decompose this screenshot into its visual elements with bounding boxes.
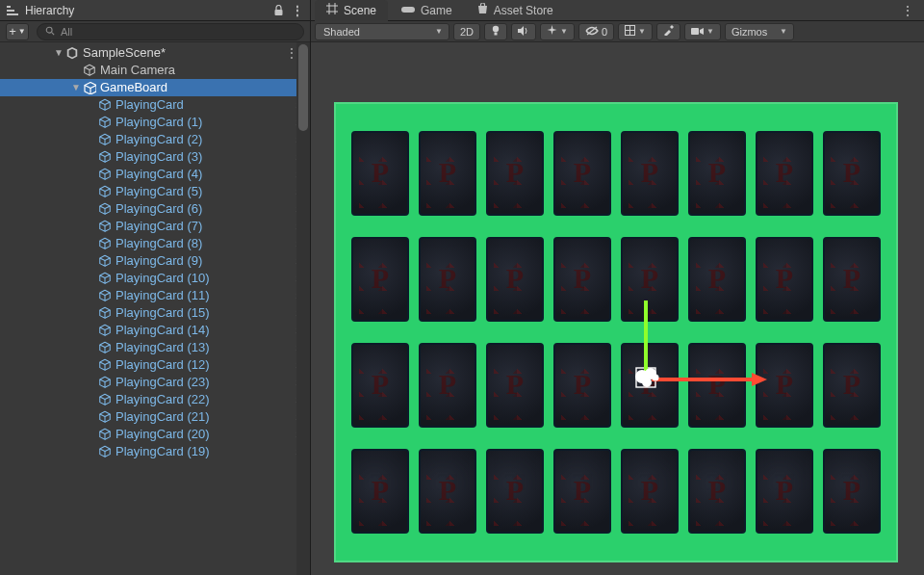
search-placeholder: All [61, 26, 72, 38]
prefab-row[interactable]: PlayingCard (5)› [0, 183, 310, 200]
shading-mode-dropdown[interactable]: Shaded ▼ [315, 23, 449, 40]
prefab-row[interactable]: PlayingCard (9)› [0, 252, 310, 270]
expand-arrow-icon[interactable]: ▼ [52, 44, 65, 62]
lock-icon[interactable] [271, 4, 285, 17]
prefab-row[interactable]: PlayingCard (11)› [0, 287, 310, 304]
prefab-row[interactable]: PlayingCard (4)› [0, 166, 310, 183]
prefab-row[interactable]: PlayingCard (6)› [0, 200, 310, 218]
expand-arrow-icon[interactable]: ▼ [69, 79, 83, 96]
scrollbar-thumb[interactable] [298, 44, 308, 131]
playing-card[interactable] [688, 343, 746, 428]
prefab-row[interactable]: PlayingCard (21)› [0, 408, 310, 426]
lighting-button[interactable] [484, 23, 507, 40]
playing-card[interactable] [621, 343, 679, 428]
playing-card[interactable] [351, 449, 409, 534]
playing-card[interactable] [823, 237, 881, 322]
playing-card[interactable] [823, 343, 881, 428]
playing-card[interactable] [688, 449, 746, 534]
tab-game-label: Game [421, 4, 452, 17]
playing-card[interactable] [553, 343, 611, 428]
hierarchy-tree[interactable]: ▼ SampleScene* ⋮ Main Camera ▼ GameBoard… [0, 42, 310, 575]
playing-card[interactable] [486, 449, 544, 534]
prefab-row[interactable]: PlayingCard (1)› [0, 114, 310, 131]
playing-card[interactable] [419, 343, 476, 428]
playing-card[interactable] [823, 131, 881, 216]
playing-card[interactable] [621, 449, 679, 534]
prefab-label: PlayingCard (11) [112, 287, 210, 304]
add-button[interactable]: +▼ [6, 23, 29, 40]
camera-dropdown[interactable]: ▼ [684, 23, 721, 40]
tab-asset-store[interactable]: Asset Store [466, 0, 565, 21]
scene-row[interactable]: ▼ SampleScene* ⋮ [0, 44, 310, 62]
main-camera-row[interactable]: Main Camera [0, 62, 310, 79]
prefab-row[interactable]: PlayingCard (19)› [0, 443, 310, 460]
playing-card[interactable] [621, 237, 679, 322]
tab-context-menu-icon[interactable]: ⋮ [891, 3, 924, 18]
prefab-label: PlayingCard (7) [112, 218, 202, 235]
playing-card[interactable] [351, 237, 409, 322]
prefab-row[interactable]: PlayingCard (15)› [0, 304, 310, 322]
tab-scene[interactable]: Scene [315, 0, 388, 21]
prefab-row[interactable]: PlayingCard (13)› [0, 339, 310, 356]
playing-card[interactable] [756, 449, 813, 534]
gameboard-row[interactable]: ▼ GameBoard [0, 79, 310, 96]
tools-button[interactable] [656, 23, 680, 40]
unity-icon [65, 46, 79, 60]
prefab-row[interactable]: PlayingCard (12)› [0, 356, 310, 374]
prefab-row[interactable]: PlayingCard (2)› [0, 131, 310, 148]
prefab-row[interactable]: PlayingCard (23)› [0, 374, 310, 391]
scene-panel: Scene Game Asset Store ⋮ Shaded ▼ 2D [311, 0, 924, 575]
toggle-2d-button[interactable]: 2D [453, 23, 480, 40]
dropdown-caret-icon: ▼ [435, 27, 443, 36]
prefab-row[interactable]: PlayingCard› [0, 96, 310, 114]
prefab-row[interactable]: PlayingCard (8)› [0, 235, 310, 252]
scrollbar[interactable] [296, 42, 310, 575]
effects-dropdown[interactable]: ▼ [540, 23, 575, 40]
prefab-row[interactable]: PlayingCard (14)› [0, 322, 310, 339]
playing-card[interactable] [351, 131, 409, 216]
playing-card[interactable] [553, 449, 611, 534]
gameboard-sprite[interactable] [334, 102, 898, 562]
audio-button[interactable] [511, 23, 536, 40]
tools-icon [663, 25, 674, 38]
playing-card[interactable] [553, 131, 611, 216]
prefab-icon [98, 393, 112, 406]
playing-card[interactable] [486, 131, 544, 216]
svg-point-11 [493, 25, 499, 31]
svg-rect-12 [495, 32, 498, 35]
playing-card[interactable] [419, 131, 476, 216]
playing-card[interactable] [351, 343, 409, 428]
playing-card[interactable] [553, 237, 611, 322]
playing-card[interactable] [688, 131, 746, 216]
prefab-row[interactable]: PlayingCard (7)› [0, 218, 310, 235]
playing-card[interactable] [688, 237, 746, 322]
hierarchy-header: Hierarchy ⋮ [0, 0, 310, 21]
dropdown-caret-icon: ▼ [560, 27, 568, 36]
prefab-label: PlayingCard (13) [112, 339, 210, 356]
playing-card[interactable] [756, 343, 813, 428]
prefab-row[interactable]: PlayingCard (22)› [0, 391, 310, 408]
prefab-row[interactable]: PlayingCard (20)› [0, 426, 310, 443]
main-camera-label: Main Camera [96, 62, 175, 79]
scene-label: SampleScene* [79, 44, 166, 62]
scene-view[interactable] [311, 42, 924, 575]
playing-card[interactable] [486, 343, 544, 428]
prefab-label: PlayingCard (19) [112, 443, 210, 460]
playing-card[interactable] [419, 237, 476, 322]
prefab-label: PlayingCard (8) [112, 235, 202, 252]
search-input[interactable]: All [37, 23, 304, 40]
playing-card[interactable] [486, 237, 544, 322]
gizmos-dropdown[interactable]: Gizmos ▼ [725, 23, 794, 40]
prefab-row[interactable]: PlayingCard (10)› [0, 270, 310, 287]
tab-game[interactable]: Game [390, 0, 464, 21]
playing-card[interactable] [621, 131, 679, 216]
prefab-label: PlayingCard (21) [112, 408, 210, 426]
prefab-row[interactable]: PlayingCard (3)› [0, 148, 310, 166]
grid-dropdown[interactable]: ▼ [618, 23, 653, 40]
visibility-button[interactable]: 0 [578, 23, 614, 40]
playing-card[interactable] [823, 449, 881, 534]
playing-card[interactable] [756, 237, 813, 322]
playing-card[interactable] [419, 449, 476, 534]
context-menu-icon[interactable]: ⋮ [291, 4, 304, 17]
playing-card[interactable] [756, 131, 813, 216]
